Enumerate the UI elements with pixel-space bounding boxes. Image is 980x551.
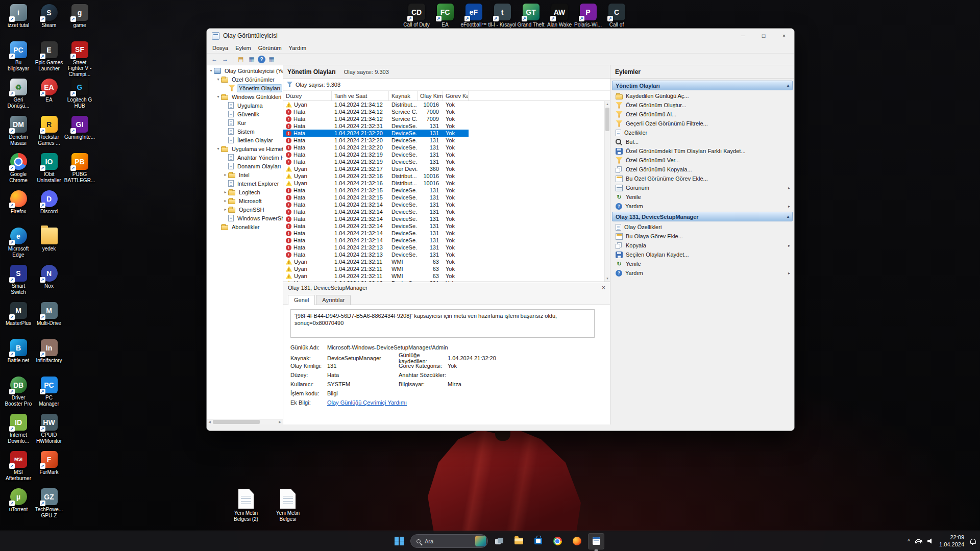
maximize-button[interactable]: □	[753, 29, 774, 43]
tree-item[interactable]: Anahtar Yönetim Hizmet	[207, 153, 283, 162]
back-icon[interactable]: ←	[210, 55, 219, 64]
desktop-icon[interactable]: B↗Battle.net	[4, 338, 33, 375]
desktop-icon[interactable]: M↗Multi-Drive	[35, 300, 63, 338]
chevron-collapsed-icon[interactable]: ▸	[223, 207, 228, 212]
event-row[interactable]: Hata1.04.2024 21:34:12Service C...7000Yo…	[283, 108, 469, 115]
event-row[interactable]: Hata1.04.2024 21:32:14DeviceSe...131Yok	[283, 215, 469, 222]
event-row[interactable]: Uyarı1.04.2024 21:32:17User Devi...360Yo…	[283, 165, 469, 172]
event-viewer-taskbar-button[interactable]	[588, 533, 604, 549]
clock[interactable]: 22:09 1.04.2024	[939, 534, 964, 548]
start-button[interactable]	[391, 533, 407, 549]
desktop-icon[interactable]: GI↗GamingInte...	[65, 114, 94, 152]
event-row[interactable]: Hata1.04.2024 21:32:14DeviceSe...131Yok	[283, 208, 469, 215]
tree-item[interactable]: Güvenlik	[207, 110, 283, 118]
event-row[interactable]: Uyarı1.04.2024 21:32:11WMI63Yok	[283, 272, 469, 280]
desktop-icon[interactable]: M↗MasterPlus	[4, 300, 33, 338]
tree-item[interactable]: Kur	[207, 118, 283, 127]
action-item[interactable]: Bu Özel Görünüme Görev Ekle...	[610, 174, 794, 183]
tree-item[interactable]: ▸OpenSSH	[207, 205, 283, 214]
desktop-icon[interactable]: Yeni Metin Belgesi	[270, 488, 306, 522]
desktop-icon[interactable]: PB↗PUBG BATTLEGR...	[65, 152, 94, 189]
action-item[interactable]: Bul...	[610, 137, 794, 146]
desktop-icon[interactable]: In↗Infinifactory	[35, 338, 63, 375]
tree-item[interactable]: ▾Özel Görünümler	[207, 75, 283, 84]
export-icon[interactable]: ▤	[236, 55, 246, 64]
desktop-icon[interactable]: GZ↗TechPowe... GPU-Z	[35, 487, 63, 524]
desktop-icon[interactable]: R↗Rockstar Games ...	[35, 114, 63, 152]
desktop-icon[interactable]: µ↗uTorrent	[4, 487, 33, 524]
desktop-icon[interactable]: ↗Google Chrome	[4, 152, 33, 189]
tree-item[interactable]: Donanım Olayları	[207, 162, 283, 170]
tree-horizontal-scrollbar[interactable]: ◀ ▶	[207, 419, 283, 424]
desktop-icon[interactable]: e↗Microsoft Edge	[4, 226, 33, 263]
desktop-icon[interactable]: ♻↗Geri Dönüşü...	[4, 77, 33, 114]
event-row[interactable]: Uyarı1.04.2024 21:32:10DeviceSe...201Yok	[283, 280, 469, 282]
event-row[interactable]: Hata1.04.2024 21:32:14DeviceSe...131Yok	[283, 230, 469, 237]
tree-item[interactable]: ▸Microsoft	[207, 196, 283, 205]
action-item[interactable]: Bu Olaya Görev Ekle...	[610, 232, 794, 241]
tree-item[interactable]: ▾Windows Günlükleri	[207, 92, 283, 101]
action-item[interactable]: Özel Görünümdeki Tüm Olayları Farklı Kay…	[610, 146, 794, 156]
action-item[interactable]: Yenile	[610, 259, 794, 268]
collapse-chevron-icon[interactable]: ▴	[787, 214, 789, 219]
list-vertical-scrollbar[interactable]: ▲ ▼	[604, 101, 610, 282]
collapse-chevron-icon[interactable]: ▴	[787, 83, 789, 88]
desktop-icon[interactable]: EA↗EA	[35, 77, 63, 114]
event-row[interactable]: Hata1.04.2024 21:32:20DeviceSe...131Yok	[283, 144, 469, 151]
scrollbar-thumb[interactable]	[213, 420, 260, 424]
network-icon[interactable]	[915, 539, 922, 543]
action-item[interactable]: Yardım▸	[610, 202, 794, 211]
desktop-icon[interactable]: MSI↗MSI Afterburner	[4, 449, 33, 487]
desktop-icon[interactable]: F↗FurMark	[35, 449, 63, 487]
event-row[interactable]: Hata1.04.2024 21:32:19DeviceSe...131Yok	[283, 151, 469, 158]
action-item[interactable]: Özel Görünümü Kopyala...	[610, 165, 794, 174]
menu-item[interactable]: Yardım	[285, 44, 310, 52]
event-row[interactable]: Uyarı1.04.2024 21:32:11WMI63Yok	[283, 265, 469, 272]
column-header[interactable]: Görev Ka...	[443, 91, 469, 101]
action-item[interactable]: Seçilen Olayları Kaydet...	[610, 250, 794, 259]
action-item[interactable]: Yenile	[610, 192, 794, 202]
menu-item[interactable]: Eylem	[232, 44, 255, 52]
title-bar[interactable]: Olay Görüntüleyicisi ─ □ ×	[207, 29, 794, 43]
forward-icon[interactable]: →	[220, 55, 230, 64]
event-row[interactable]: Hata1.04.2024 21:32:19DeviceSe...131Yok	[283, 158, 469, 165]
tree-item[interactable]: ▸Intel	[207, 170, 283, 179]
action-item[interactable]: Özellikler	[610, 128, 794, 137]
desktop-icon[interactable]: IO↗IObit Uninstaller	[35, 152, 63, 189]
chevron-collapsed-icon[interactable]: ▸	[223, 190, 228, 194]
action-item[interactable]: Yardım▸	[610, 268, 794, 278]
desktop-icon[interactable]: ↗Firefox	[4, 189, 33, 226]
search-box[interactable]: Ara	[410, 534, 488, 548]
scroll-up-icon[interactable]: ▲	[605, 101, 610, 107]
chevron-expanded-icon[interactable]: ▾	[208, 68, 214, 73]
firefox-button[interactable]	[569, 533, 585, 549]
column-header[interactable]: Kaynak	[389, 91, 418, 101]
action-item[interactable]: Kopyala▸	[610, 241, 794, 250]
chevron-collapsed-icon[interactable]: ▸	[223, 198, 228, 203]
action-item[interactable]: Özel Görünüm Oluştur...	[610, 101, 794, 110]
tray-overflow-chevron-icon[interactable]: ^	[908, 538, 910, 544]
tree-item[interactable]: Windows PowerShell	[207, 214, 283, 222]
close-button[interactable]: ×	[774, 29, 794, 43]
scrollbar-thumb[interactable]	[605, 108, 609, 131]
store-button[interactable]	[530, 533, 546, 549]
event-row[interactable]: Uyarı1.04.2024 21:32:11WMI63Yok	[283, 258, 469, 265]
desktop-icon[interactable]: HW↗CPUID HWMonitor	[35, 412, 63, 449]
desktop-icon[interactable]: D↗Discord	[35, 189, 63, 226]
action-group-header[interactable]: Olay 131, DeviceSetupManager▴	[612, 212, 793, 221]
desktop-icon[interactable]: DB↗Driver Booster Pro	[4, 375, 33, 412]
tree-item[interactable]: Yönetim Olayları	[207, 84, 283, 92]
chevron-expanded-icon[interactable]: ▾	[215, 77, 221, 82]
tree-item[interactable]: İletilen Olaylar	[207, 136, 283, 144]
search-highlight-image[interactable]	[475, 536, 486, 546]
desktop-icon[interactable]: ID↗Internet Downlo...	[4, 412, 33, 449]
event-row[interactable]: Hata1.04.2024 21:34:12Service C...7009Yo…	[283, 115, 469, 122]
action-group-header[interactable]: Yönetim Olayları▴	[612, 81, 793, 90]
event-row[interactable]: Hata1.04.2024 21:32:13DeviceSe...131Yok	[283, 244, 469, 251]
scroll-right-icon[interactable]: ▶	[277, 419, 283, 424]
action-item[interactable]: Olay Özellikleri	[610, 222, 794, 232]
event-row[interactable]: Hata1.04.2024 21:32:13DeviceSe...131Yok	[283, 251, 469, 258]
event-row[interactable]: Uyarı1.04.2024 21:34:12Distribut...10016…	[283, 101, 469, 108]
desktop-icon[interactable]: S↗Steam	[35, 3, 63, 40]
detail-tab-1[interactable]: Ayrıntılar	[316, 295, 351, 305]
